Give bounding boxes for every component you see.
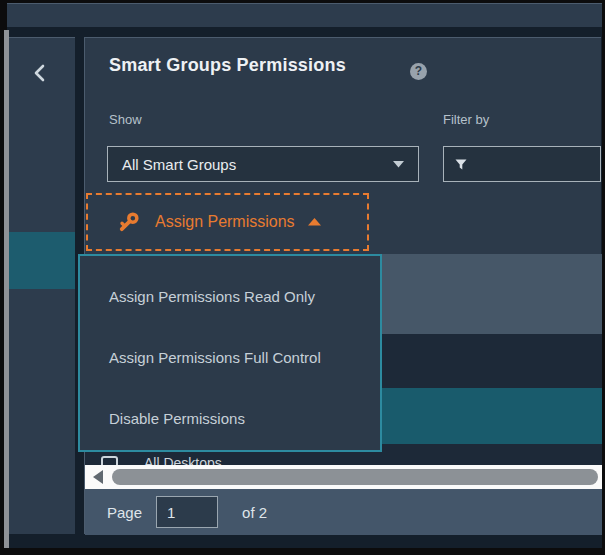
show-select[interactable]: All Smart Groups <box>107 146 419 182</box>
page-count-label: of 2 <box>242 504 267 521</box>
chevron-down-icon <box>393 161 404 168</box>
scroll-left-arrow-icon[interactable] <box>93 470 103 484</box>
chevron-up-icon <box>308 218 321 226</box>
chevron-left-icon <box>31 62 47 84</box>
assign-permissions-menu: Assign Permissions Read Only Assign Perm… <box>78 254 382 452</box>
left-sidebar <box>9 37 75 534</box>
scrollbar-thumb[interactable] <box>112 469 598 485</box>
filter-input-box[interactable] <box>443 146 601 182</box>
pagination-bar: Page of 2 <box>85 489 602 535</box>
assign-permissions-button[interactable]: Assign Permissions <box>86 193 369 251</box>
filter-funnel-icon <box>455 159 467 170</box>
smart-groups-permissions-panel: Smart Groups Permissions ? Show All Smar… <box>84 37 601 534</box>
menu-item-assign-read-only[interactable]: Assign Permissions Read Only <box>80 266 380 327</box>
menu-item-assign-full-control[interactable]: Assign Permissions Full Control <box>80 327 380 388</box>
top-navbar <box>7 3 602 27</box>
navbar-divider <box>7 27 602 37</box>
menu-item-disable-permissions[interactable]: Disable Permissions <box>80 388 380 449</box>
page-title: Smart Groups Permissions <box>109 55 346 76</box>
sidebar-active-item[interactable] <box>9 232 75 289</box>
show-select-value: All Smart Groups <box>122 156 393 173</box>
sidebar-collapse-button[interactable] <box>31 62 47 84</box>
show-label: Show <box>109 112 142 127</box>
page-label: Page <box>107 504 142 521</box>
assign-permissions-label: Assign Permissions <box>155 213 295 231</box>
help-icon[interactable]: ? <box>410 63 427 80</box>
filter-by-label: Filter by <box>443 112 489 127</box>
key-icon <box>117 211 140 234</box>
page-number-input[interactable] <box>156 496 218 528</box>
horizontal-scrollbar[interactable] <box>85 465 602 489</box>
filter-input[interactable] <box>475 156 589 172</box>
